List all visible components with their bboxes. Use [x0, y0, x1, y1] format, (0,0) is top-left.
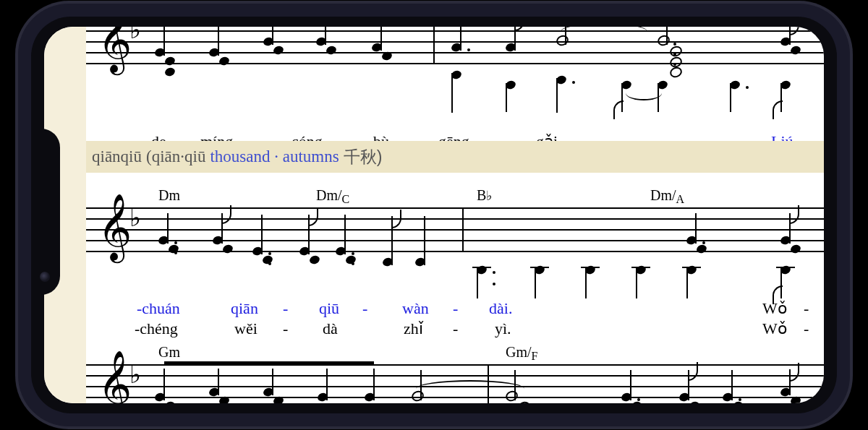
key-signature-flat: ♭ [129, 27, 141, 44]
word-definition-tooltip[interactable]: qiānqiū (qiān·qiū thousand · autumns 千秋) [86, 141, 824, 173]
definition-gloss: thousand · autumns [210, 147, 339, 166]
chord-label: Gm/F [506, 344, 537, 361]
phone-bezel: 𝄞 ♭ [31, 17, 837, 413]
tie-icon [626, 86, 662, 100]
definition-word: qiānqiū [92, 147, 142, 166]
treble-clef-icon: 𝄞 [98, 194, 132, 261]
chord-label: Gm [158, 344, 180, 361]
app-screen[interactable]: 𝄞 ♭ [44, 27, 824, 403]
staff-row-3: Gm Gm/F 𝄞 ♭ [86, 364, 824, 403]
chord-label: Dm [158, 187, 180, 204]
staff-row-2: Dm Dm/C B Dm/A 𝄞 ♭ [86, 207, 824, 265]
treble-clef-icon: 𝄞 [98, 27, 132, 73]
treble-clef-icon: 𝄞 [98, 351, 132, 403]
key-signature-flat: ♭ [129, 203, 141, 232]
phone-camera [40, 272, 50, 282]
chord-label: Dm/A [650, 187, 684, 204]
definition-breakdown: (qiān·qiū [146, 147, 205, 166]
chord-label: Dm/C [316, 187, 349, 204]
phone-frame: 𝄞 ♭ [18, 4, 850, 426]
phone-notch [31, 129, 60, 295]
chord-label: B [477, 187, 492, 204]
key-signature-flat: ♭ [129, 360, 141, 389]
definition-cjk: 千秋) [344, 146, 383, 168]
sheet-music-content[interactable]: 𝄞 ♭ [44, 27, 824, 403]
staff-row-1: 𝄞 ♭ [86, 27, 824, 77]
